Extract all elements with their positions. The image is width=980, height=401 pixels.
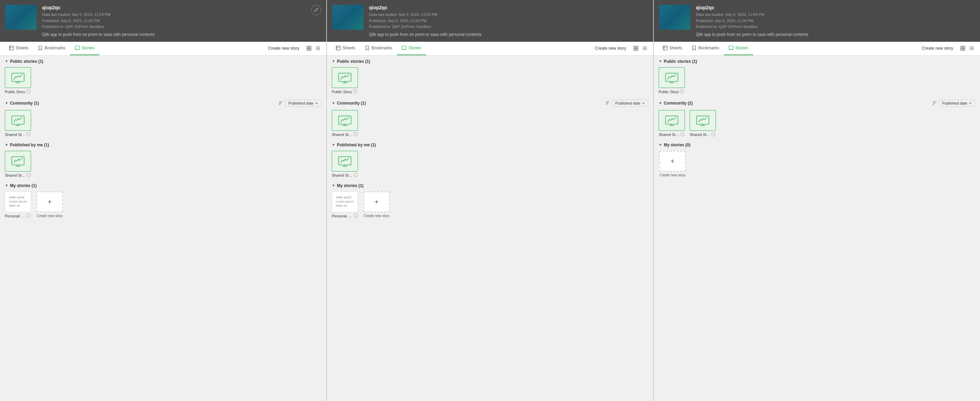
story-card[interactable]: Shared Story (rvr) i <box>332 110 359 137</box>
section-title: ▼Published by me (1) <box>5 142 49 147</box>
list-view-toggle[interactable] <box>967 44 976 53</box>
section-header[interactable]: ▼Public stories (1) <box>659 59 975 64</box>
section-header[interactable]: ▼Community (1)Published date <box>5 100 321 107</box>
grid-view-toggle[interactable] <box>305 44 313 53</box>
svg-text:i: i <box>355 215 356 217</box>
tab-sheets[interactable]: Sheets <box>331 42 360 55</box>
create-card-box[interactable]: + <box>363 192 390 212</box>
sort-dropdown[interactable]: Published date <box>939 100 975 107</box>
story-card-label: Public Story i <box>332 89 359 94</box>
plus-icon: + <box>374 198 379 205</box>
section-community: ▼Community (2)Published date Shared Stor… <box>659 100 975 137</box>
sort-dropdown[interactable]: Published date <box>612 100 648 107</box>
sort-icon-button[interactable] <box>932 101 937 105</box>
tab-stories[interactable]: Stories <box>397 42 426 55</box>
personal-story-thumbnail[interactable]: Hello worldLorem ipsumdolor sit <box>5 192 31 212</box>
section-public-stories: ▼Public stories (1) Public Story i <box>332 59 648 94</box>
section-header[interactable]: ▼Community (1)Published date <box>332 100 648 107</box>
create-card-label: Create new story <box>37 214 63 218</box>
story-thumbnail[interactable] <box>5 151 31 171</box>
create-card-box[interactable]: + <box>37 192 63 212</box>
svg-text:i: i <box>355 90 356 93</box>
story-thumbnail[interactable] <box>659 110 685 131</box>
tab-stories[interactable]: Stories <box>724 42 753 55</box>
story-thumbnail[interactable] <box>659 67 685 88</box>
info-icon[interactable]: i <box>711 132 716 137</box>
story-card[interactable]: Public Story i <box>659 67 686 94</box>
section-header[interactable]: ▼My stories (1) <box>332 183 648 188</box>
section-header[interactable]: ▼Community (2)Published date <box>659 100 975 107</box>
story-thumbnail[interactable] <box>332 110 358 131</box>
info-icon[interactable]: i <box>353 132 358 137</box>
story-thumbnail[interactable] <box>332 67 358 88</box>
section-header[interactable]: ▼My stories (1) <box>5 183 321 188</box>
create-story-header-button[interactable]: Create new story <box>919 46 956 51</box>
info-icon[interactable]: i <box>353 89 357 94</box>
section-header[interactable]: ▼Published by me (1) <box>5 142 321 147</box>
story-card[interactable]: Shared Story (bob) i <box>5 110 32 137</box>
story-card[interactable]: Shared Story (rvr) i <box>5 151 32 178</box>
tab-bookmarks[interactable]: Bookmarks <box>33 42 70 55</box>
create-story-header-button[interactable]: Create new story <box>592 46 629 51</box>
svg-rect-106 <box>729 46 733 50</box>
story-thumbnail[interactable] <box>690 110 716 131</box>
section-header[interactable]: ▼Public stories (1) <box>5 59 321 64</box>
cards-grid: Shared Story (rvr) i <box>5 151 321 178</box>
story-thumbnail[interactable] <box>5 110 31 131</box>
edit-button[interactable] <box>311 5 321 15</box>
section-title: ▼My stories (0) <box>659 142 690 147</box>
info-icon[interactable]: i <box>680 89 684 94</box>
sort-icon-button[interactable] <box>605 101 610 105</box>
info-icon[interactable]: i <box>353 173 358 178</box>
story-card[interactable]: Hello worldLorem ipsumdolor sit Personal… <box>5 192 32 219</box>
story-card[interactable]: Public Story i <box>332 67 359 94</box>
info-icon[interactable]: i <box>27 132 31 137</box>
story-thumbnail[interactable] <box>5 67 31 88</box>
section-community: ▼Community (1)Published date Shared Stor… <box>332 100 648 137</box>
create-new-story-card[interactable]: + Create new story <box>659 151 686 177</box>
story-card[interactable]: Shared Story (bob) i <box>332 151 359 178</box>
info-icon[interactable]: i <box>353 214 358 219</box>
tab-bookmarks[interactable]: Bookmarks <box>687 42 724 55</box>
list-view-toggle[interactable] <box>641 44 649 53</box>
section-controls: Published date <box>605 100 648 107</box>
info-icon[interactable]: i <box>26 89 30 94</box>
personal-story-thumbnail[interactable]: Hello worldLorem ipsumdolor sit <box>332 192 358 212</box>
section-header[interactable]: ▼Public stories (1) <box>332 59 648 64</box>
svg-text:i: i <box>713 133 714 136</box>
section-header[interactable]: ▼Published by me (1) <box>332 142 648 147</box>
create-story-header-button[interactable]: Create new story <box>265 46 302 51</box>
create-new-story-card[interactable]: + Create new story <box>36 192 64 219</box>
stories-content: ▼Public stories (1) Public Story i ▼Comm… <box>0 56 326 401</box>
tab-stories[interactable]: Stories <box>70 42 99 55</box>
info-icon[interactable]: i <box>27 173 31 178</box>
sort-dropdown[interactable]: Published date <box>285 100 321 107</box>
grid-view-toggle[interactable] <box>632 44 640 53</box>
tab-sheets[interactable]: Sheets <box>4 42 33 55</box>
sort-icon-button[interactable] <box>278 101 283 105</box>
section-my-stories: ▼My stories (1) Hello worldLorem ipsumdo… <box>332 183 648 219</box>
chevron-down-icon: ▼ <box>5 59 8 63</box>
create-card-box[interactable]: + <box>659 151 686 171</box>
grid-view-toggle[interactable] <box>959 44 967 53</box>
published-date: Published: Sep 5, 2023, 11:04 PM <box>369 18 648 24</box>
story-card[interactable]: Hello worldLorem ipsumdolor sit Personal… <box>332 192 359 219</box>
published-to: Published to: QAP OnPrem Sandbox <box>696 24 974 30</box>
story-thumbnail[interactable] <box>332 151 358 171</box>
story-card[interactable]: Shared Story (rvr) i <box>659 110 686 137</box>
create-new-story-card[interactable]: + Create new story <box>363 192 390 219</box>
svg-rect-65 <box>636 46 638 48</box>
story-card-label: Shared Story (bob) i <box>5 132 32 137</box>
story-card[interactable]: Public Story i <box>5 67 32 94</box>
info-icon[interactable]: i <box>680 132 684 137</box>
story-card[interactable]: Shared Story (bob) i <box>690 110 717 137</box>
list-view-toggle[interactable] <box>314 44 322 53</box>
data-last-loaded: Data last loaded: Sep 5, 2023, 11:04 PM <box>42 12 321 18</box>
info-icon[interactable]: i <box>27 214 31 219</box>
tab-sheets[interactable]: Sheets <box>658 42 687 55</box>
tab-bookmarks[interactable]: Bookmarks <box>360 42 397 55</box>
section-title: ▼Community (1) <box>332 101 366 105</box>
app-title: qiop2qc <box>696 5 974 10</box>
section-header[interactable]: ▼My stories (0) <box>659 142 975 147</box>
app-description: Qlik app to push from on prem to saas wi… <box>369 32 648 37</box>
